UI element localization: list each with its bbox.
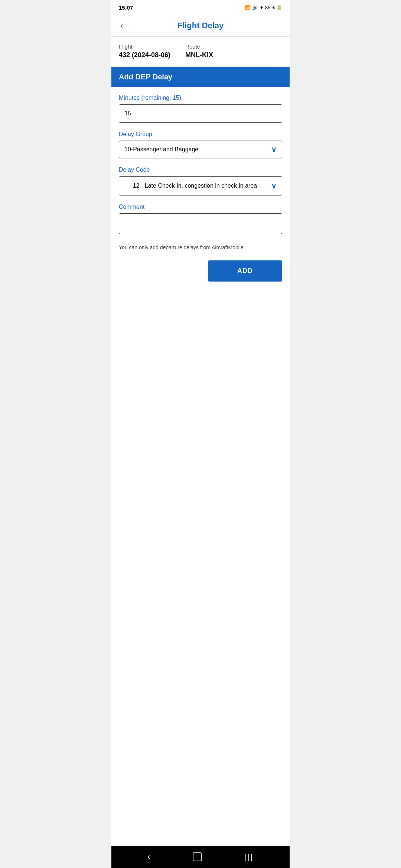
status-time: 15:07 bbox=[119, 4, 133, 11]
bottom-nav: ‹ ||| bbox=[111, 846, 290, 868]
header: ‹ Flight Delay bbox=[111, 15, 290, 37]
delay-group-label: Delay Group bbox=[119, 131, 282, 138]
delay-group-select[interactable]: 10-Passenger and Baggage bbox=[119, 141, 282, 158]
flight-info: Flight 432 (2024-08-06) Route MNL-KIX bbox=[111, 37, 290, 67]
flight-info-flight: Flight 432 (2024-08-06) bbox=[119, 43, 170, 59]
section-header-title: Add DEP Delay bbox=[119, 73, 172, 81]
status-icons: 📶 🔊 ✈ 85% 🔋 bbox=[245, 5, 282, 10]
minutes-label: Minutes (remaining: 15) bbox=[119, 95, 282, 101]
form-container: Minutes (remaining: 15) Delay Group 10-P… bbox=[111, 87, 290, 846]
comment-field-group: Comment bbox=[119, 204, 282, 236]
battery-icon: 🔋 bbox=[276, 5, 282, 10]
route-value: MNL-KIX bbox=[185, 51, 213, 59]
flight-info-route: Route MNL-KIX bbox=[185, 43, 213, 59]
delay-group-field-group: Delay Group 10-Passenger and Baggage ∨ bbox=[119, 131, 282, 158]
route-label: Route bbox=[185, 43, 213, 50]
page-title: Flight Delay bbox=[177, 21, 224, 30]
nav-home-button[interactable] bbox=[193, 852, 202, 861]
back-button[interactable]: ‹ bbox=[119, 19, 124, 32]
add-button[interactable]: ADD bbox=[208, 260, 282, 282]
comment-input[interactable] bbox=[119, 213, 282, 234]
section-header: Add DEP Delay bbox=[111, 67, 290, 87]
wifi-icon: 📶 bbox=[245, 5, 251, 10]
delay-code-select-wrapper[interactable]: 12 - Late Check-in, congestion in check-… bbox=[119, 176, 282, 195]
airplane-icon: ✈ bbox=[260, 5, 264, 10]
nav-back-icon: ‹ bbox=[147, 852, 150, 862]
nav-menu-icon: ||| bbox=[244, 853, 254, 861]
nav-menu-button[interactable]: ||| bbox=[244, 853, 254, 861]
signal-icon: 🔊 bbox=[252, 5, 258, 10]
minutes-input[interactable] bbox=[119, 104, 282, 123]
flight-value: 432 (2024-08-06) bbox=[119, 51, 170, 59]
battery-status: 85% bbox=[265, 5, 275, 10]
delay-group-select-wrapper[interactable]: 10-Passenger and Baggage ∨ bbox=[119, 141, 282, 158]
delay-code-select[interactable]: 12 - Late Check-in, congestion in check-… bbox=[119, 177, 282, 195]
delay-code-label: Delay Code bbox=[119, 167, 282, 173]
status-bar: 15:07 📶 🔊 ✈ 85% 🔋 bbox=[111, 0, 290, 15]
minutes-field-group: Minutes (remaining: 15) bbox=[119, 95, 282, 123]
flight-label: Flight bbox=[119, 43, 170, 50]
nav-back-button[interactable]: ‹ bbox=[147, 852, 150, 862]
delay-code-field-group: Delay Code 12 - Late Check-in, congestio… bbox=[119, 167, 282, 195]
nav-home-icon bbox=[193, 852, 202, 861]
info-text: You can only add departure delays from A… bbox=[119, 244, 282, 251]
comment-label: Comment bbox=[119, 204, 282, 210]
